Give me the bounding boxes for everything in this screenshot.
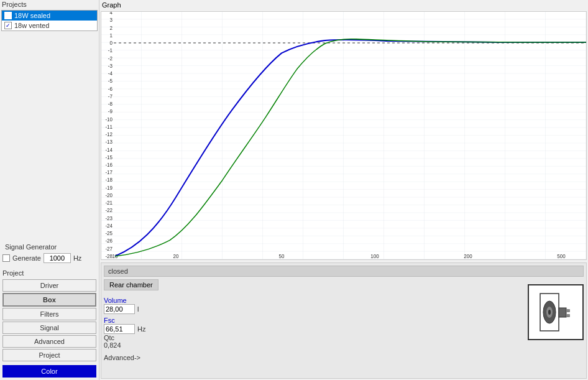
fsc-label: Fsc (104, 317, 523, 324)
color-button[interactable]: Color (2, 365, 96, 378)
svg-rect-49 (559, 308, 566, 317)
speaker-icon (537, 290, 574, 334)
svg-text:-21: -21 (105, 200, 113, 206)
svg-text:-8: -8 (108, 101, 113, 107)
volume-input[interactable] (104, 304, 135, 314)
svg-text:4: 4 (110, 12, 113, 16)
driver-button[interactable]: Driver (2, 279, 96, 292)
signal-generator-section: Signal Generator Generate Hz (0, 238, 99, 266)
svg-text:-14: -14 (105, 147, 113, 152)
signal-button[interactable]: Signal (2, 322, 96, 334)
graph-area: 4 3 2 1 0 -1 -2 -3 -4 -5 -6 -7 -8 -9 -10… (101, 11, 587, 260)
volume-label: Volume (104, 297, 523, 304)
svg-text:-16: -16 (105, 162, 113, 168)
svg-text:500: 500 (557, 254, 566, 259)
svg-text:-9: -9 (108, 109, 113, 114)
generate-label: Generate (12, 254, 41, 262)
svg-text:-6: -6 (108, 86, 113, 91)
svg-text:50: 50 (279, 254, 285, 259)
svg-text:-18: -18 (105, 177, 113, 183)
fsc-input[interactable] (104, 324, 135, 334)
svg-text:2: 2 (110, 25, 113, 31)
svg-text:3: 3 (110, 17, 113, 23)
svg-text:-23: -23 (105, 216, 113, 221)
svg-text:-3: -3 (108, 63, 113, 69)
svg-text:1: 1 (110, 33, 113, 39)
svg-text:-7: -7 (108, 94, 113, 100)
graph-svg: 4 3 2 1 0 -1 -2 -3 -4 -5 -6 -7 -8 -9 -10… (101, 12, 586, 259)
svg-text:0: 0 (110, 40, 113, 46)
bottom-panel: closed Rear chamber Volume l Fsc Hz Qtc (101, 262, 587, 379)
svg-text:-27: -27 (105, 246, 113, 252)
svg-text:-15: -15 (105, 155, 113, 160)
speaker-image (528, 284, 584, 340)
graph-header: Graph (99, 0, 588, 10)
fsc-unit: Hz (137, 325, 145, 333)
projects-header: Projects (0, 0, 99, 9)
signal-generator-label: Signal Generator (2, 242, 96, 252)
svg-point-48 (548, 310, 551, 315)
project-checkbox-vented[interactable] (4, 22, 12, 29)
svg-rect-51 (566, 314, 570, 317)
volume-unit: l (137, 305, 139, 313)
svg-text:100: 100 (370, 254, 379, 259)
qtc-label: Qtc (104, 334, 523, 341)
svg-text:-22: -22 (105, 208, 113, 213)
project-label-sealed: 18W sealed (14, 12, 50, 19)
svg-text:-2: -2 (108, 55, 113, 61)
svg-text:-5: -5 (108, 78, 113, 84)
bottom-left: Rear chamber Volume l Fsc Hz Qtc 0,824 A… (104, 279, 523, 361)
projects-section: 18W sealed 18w vented (1, 10, 98, 31)
closed-bar: closed (104, 266, 584, 277)
filters-button[interactable]: Filters (2, 308, 96, 320)
advanced-link[interactable]: Advanced-> (104, 354, 523, 361)
project-item-vented[interactable]: 18w vented (2, 21, 97, 30)
svg-text:-10: -10 (105, 116, 113, 122)
generate-checkbox[interactable] (2, 254, 10, 262)
svg-text:-17: -17 (105, 170, 113, 175)
svg-text:-20: -20 (105, 193, 113, 198)
svg-text:-1: -1 (108, 48, 113, 53)
project-label-vented: 18w vented (14, 22, 49, 29)
project-buttons: Driver Box Filters Signal Advanced Proje… (0, 278, 99, 363)
frequency-input[interactable] (44, 253, 71, 263)
svg-rect-4 (101, 12, 586, 259)
svg-text:-11: -11 (105, 124, 113, 130)
project-button[interactable]: Project (2, 349, 96, 361)
svg-text:-19: -19 (105, 185, 113, 191)
advanced-button[interactable]: Advanced (2, 335, 96, 348)
svg-rect-50 (566, 309, 570, 312)
qtc-value: 0,824 (104, 341, 523, 349)
svg-text:-12: -12 (105, 132, 113, 137)
project-section-label: Project (0, 268, 99, 278)
svg-text:20: 20 (173, 254, 179, 259)
box-button[interactable]: Box (2, 293, 96, 307)
rear-chamber-button[interactable]: Rear chamber (104, 279, 158, 290)
project-item-sealed[interactable]: 18W sealed (2, 11, 97, 21)
svg-text:200: 200 (464, 254, 472, 259)
svg-text:-24: -24 (105, 223, 113, 229)
svg-text:-25: -25 (105, 231, 113, 236)
svg-text:-13: -13 (105, 139, 113, 145)
frequency-unit: Hz (73, 254, 81, 262)
svg-text:-4: -4 (108, 71, 113, 76)
project-checkbox-sealed[interactable] (4, 12, 12, 19)
svg-text:-26: -26 (105, 238, 113, 244)
